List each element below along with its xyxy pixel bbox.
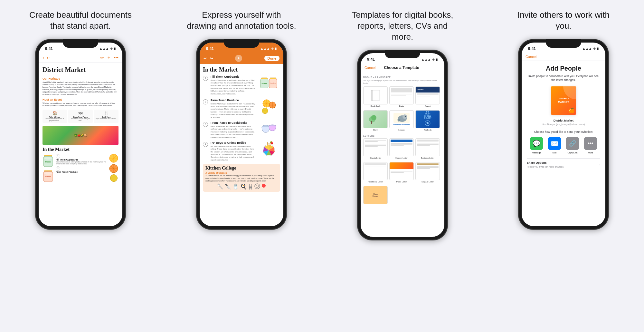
collab-action-message[interactable]: 💬 Message: [530, 137, 543, 154]
eat-icon: 🍴: [95, 111, 117, 115]
bowls-illustration: [261, 121, 277, 136]
tmpl-grid-1: Blank Book Basic: [363, 86, 442, 108]
draw-icon[interactable]: ✏: [100, 55, 104, 60]
tmpl-body[interactable]: BOOKS – LANDSCAPE The layout of each pag…: [361, 72, 444, 234]
screen-4: 9:41 ▲▲▲ ⊛ ▮ Cancel Add People Invite pe…: [522, 43, 605, 226]
tmpl-report-thumb: REPORT: [415, 86, 440, 104]
tmpl-title: Choose a Template: [384, 65, 419, 70]
draw-item-2-body: Farm Fresh Produce District Market got i…: [211, 99, 255, 119]
battery-icon-2: ▮: [275, 47, 277, 50]
svg-text:Pickles: Pickles: [261, 83, 267, 84]
dot-icon: [261, 183, 266, 188]
cl-l2: [365, 141, 378, 142]
doc-toolbar-left: ‹ ↩: [43, 55, 51, 60]
step-num-1: 1: [203, 76, 208, 81]
tmpl-business-letter[interactable]: Business Letter: [415, 138, 440, 159]
phone-4: 9:41 ▲▲▲ ⊛ ▮ Cancel Add People Invite pe…: [518, 39, 609, 229]
collab-action-copylink[interactable]: 🔗 Copy Link: [566, 137, 579, 154]
doc-item-1-row: Pickles tomatoes: [43, 153, 118, 183]
collab-action-mail[interactable]: ✉️ Mail: [548, 137, 561, 154]
el-l1: [417, 166, 439, 167]
svg-point-64: [426, 122, 427, 122]
app-container: Create beautiful documents that stand ap…: [0, 0, 644, 332]
tmpl-basic[interactable]: Basic: [389, 86, 414, 107]
doc-section1-text: Janet Millet's little sandwich truck sur…: [43, 81, 118, 96]
signal-icon-3: ▲▲▲: [421, 58, 431, 61]
tmpl-photo-letter[interactable]: Photo Letter: [389, 162, 414, 183]
tmpl-classic-letter[interactable]: Classic Letter: [363, 138, 388, 159]
draw-illus-2: [258, 99, 280, 116]
svg-rect-54: [371, 90, 373, 101]
signal-icon-1: ▲▲▲: [99, 47, 109, 50]
wifi-icon-1: ⊛: [110, 47, 113, 50]
tool-spatula-icon: 🥄: [217, 183, 223, 190]
bl-header: [417, 140, 439, 142]
draw-screen-content: ↩ ↪ A Done In the Market: [200, 53, 283, 226]
more-dots: •••: [588, 141, 593, 146]
collab-send-label: Choose how you'd like to send your invit…: [534, 130, 593, 133]
tmpl-letters-row1: Classic Letter Modern Letter: [363, 138, 442, 160]
draw-item-4-text: My New Orleans-style Po' Boys will keep …: [211, 145, 255, 161]
grid-text-1: District Market specializes in prepared …: [44, 118, 66, 122]
textbook-text-2: STUDY: [424, 113, 431, 115]
uma-text-1: Uma: [373, 193, 378, 195]
collab-action-more[interactable]: ••• More: [584, 137, 597, 154]
tmpl-traditional-letter[interactable]: Traditional Letter: [363, 162, 388, 183]
tmpl-uma-thumb[interactable]: Uma Semper: [363, 186, 388, 204]
tmpl-traditional-thumb: [363, 162, 388, 180]
collab-subtitle: Invite people to collaborate with you. E…: [527, 74, 600, 82]
basic-line-3: [391, 95, 406, 96]
tmpl-screen-content: Cancel Choose a Template BOOKS – LANDSCA…: [361, 63, 444, 237]
draw-item-3-title: From Plates to Cookbooks: [211, 121, 255, 124]
svg-point-59: [402, 114, 407, 119]
panel-2: Express yourself with drawing and annota…: [161, 0, 322, 332]
tmpl-report[interactable]: REPORT Report: [415, 86, 440, 107]
draw-avatar: A: [235, 55, 242, 62]
tmpl-cancel-btn[interactable]: Cancel: [365, 66, 375, 70]
draw-undo-icon[interactable]: ↩: [204, 56, 207, 61]
undo-icon[interactable]: ↩: [47, 55, 51, 60]
tl-l3: [365, 166, 378, 166]
basic-line-1: [391, 93, 412, 93]
ml-l3: [391, 145, 404, 146]
pl-l2: [391, 172, 404, 173]
draw-redo-icon[interactable]: ↪: [210, 56, 213, 61]
svg-rect-57: [371, 121, 372, 124]
add-icon[interactable]: ＋: [107, 55, 111, 61]
collab-share-options: Share Options People you invite can make…: [527, 158, 600, 168]
tmpl-modern-letter[interactable]: Modern Letter: [389, 138, 414, 159]
grid-cell-1: 🏠 Take It Home District Market specializ…: [43, 110, 67, 123]
back-icon[interactable]: ‹: [43, 55, 44, 60]
svg-rect-48: [249, 187, 252, 188]
status-time-1: 9:41: [45, 46, 53, 51]
draw-item-4-body: Po' Boys to Crème Brûlée My New Orleans-…: [211, 141, 255, 161]
collab-copylink-label: Copy Link: [567, 151, 577, 154]
r-line-3: [417, 96, 430, 96]
draw-item-2-text: District Market got its start in the San…: [211, 103, 255, 119]
cl-l5: [365, 146, 378, 147]
panel-1: Create beautiful documents that stand ap…: [0, 0, 161, 332]
tmpl-lesson[interactable]: Elephants in the Wild Lesson: [389, 110, 414, 131]
status-icons-1: ▲▲▲ ⊛ ▮: [99, 47, 116, 50]
wifi-icon-2: ⊛: [271, 47, 274, 50]
tool-pan-icon: 🍳: [240, 183, 247, 190]
panel-2-title: Express yourself with drawing and annota…: [187, 10, 296, 32]
tmpl-blank-book[interactable]: Blank Book: [363, 86, 388, 107]
tmpl-elegant-letter[interactable]: Elegant Letter: [415, 162, 440, 183]
svg-rect-21: [261, 78, 268, 79]
collab-share-row[interactable]: Share Options People you invite can make…: [527, 161, 600, 168]
el-l2: [417, 167, 439, 168]
bl-l1: [417, 143, 439, 143]
draw-done-btn[interactable]: Done: [264, 56, 280, 61]
tmpl-story[interactable]: Story: [363, 110, 388, 131]
doc-name-2: MARKET: [558, 101, 570, 104]
tmpl-classic-thumb: [363, 138, 388, 156]
collab-from: District Market: [554, 119, 574, 122]
wifi-icon-4: ⊛: [593, 47, 596, 50]
tmpl-uma-row: Uma Semper: [363, 186, 442, 204]
collab-cancel-btn[interactable]: Cancel: [526, 55, 536, 59]
uma-inner: Uma Semper: [371, 192, 380, 198]
draw-item-2: 2 Farm Fresh Produce District Market got…: [203, 99, 280, 119]
tmpl-textbook[interactable]: THE STUDY OF CELL BIOLOGY: [415, 110, 440, 131]
more-icon[interactable]: •••: [114, 55, 118, 60]
